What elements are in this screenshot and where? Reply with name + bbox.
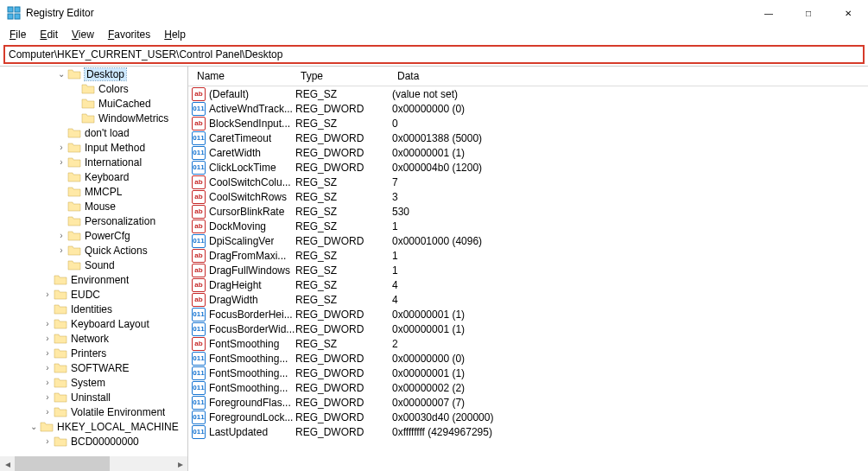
expander-icon[interactable]: › xyxy=(55,157,67,167)
close-button[interactable]: ✕ xyxy=(828,0,868,26)
value-name: LastUpdated xyxy=(209,426,268,438)
value-row[interactable]: abBlockSendInput...REG_SZ0 xyxy=(188,116,868,130)
list-pane[interactable]: Name Type Data ab(Default)REG_SZ(value n… xyxy=(188,67,868,471)
tree-item[interactable]: ›EUDC xyxy=(0,287,187,302)
value-row[interactable]: ab(Default)REG_SZ(value not set) xyxy=(188,86,868,101)
scroll-left-button[interactable]: ◂ xyxy=(0,456,15,471)
value-name-cell: 011DpiScalingVer xyxy=(192,234,295,248)
scroll-right-button[interactable]: ▸ xyxy=(173,456,187,471)
expander-icon[interactable]: › xyxy=(41,378,54,387)
tree-item-label: WindowMetrics xyxy=(98,112,168,124)
expander-icon[interactable]: › xyxy=(55,143,67,152)
value-row[interactable]: 011FontSmoothing...REG_DWORD0x00000000 (… xyxy=(188,351,868,366)
tree-item[interactable]: ›PowerCfg xyxy=(0,228,187,243)
value-type: REG_DWORD xyxy=(295,397,392,409)
tree-item[interactable]: ›Network xyxy=(0,331,187,346)
value-row[interactable]: 011ActiveWndTrack...REG_DWORD0x00000000 … xyxy=(188,101,868,116)
value-row[interactable]: 011FontSmoothing...REG_DWORD0x00000002 (… xyxy=(188,380,868,395)
expander-icon[interactable]: › xyxy=(41,392,54,402)
value-row[interactable]: 011CaretWidthREG_DWORD0x00000001 (1) xyxy=(188,145,868,160)
horizontal-scrollbar[interactable]: ◂ ▸ xyxy=(0,456,187,471)
expander-icon[interactable]: ⌄ xyxy=(28,422,40,431)
value-row[interactable]: abDragHeightREG_SZ4 xyxy=(188,277,868,292)
value-row[interactable]: abCoolSwitchColu...REG_SZ7 xyxy=(188,175,868,189)
value-row[interactable]: 011ForegroundLock...REG_DWORD0x00030d40 … xyxy=(188,410,868,424)
menu-help[interactable]: Help xyxy=(158,27,192,42)
value-row[interactable]: 011ClickLockTimeREG_DWORD0x000004b0 (120… xyxy=(188,160,868,175)
value-row[interactable]: abDragFromMaxi...REG_SZ1 xyxy=(188,248,868,263)
value-data: 3 xyxy=(392,191,868,203)
tree-item[interactable]: ›Volatile Environment xyxy=(0,404,187,419)
tree-item-label: International xyxy=(85,156,142,169)
expander-icon[interactable]: › xyxy=(55,245,67,255)
tree-item[interactable]: ›International xyxy=(0,155,187,169)
tree-item[interactable]: Personalization xyxy=(0,213,187,228)
expander-icon[interactable]: › xyxy=(55,231,67,240)
menu-view[interactable]: View xyxy=(66,27,100,42)
column-name[interactable]: Name xyxy=(192,70,295,82)
tree-item[interactable]: ›SOFTWARE xyxy=(0,360,187,375)
tree-item[interactable]: WindowMetrics xyxy=(0,111,187,125)
tree-item[interactable]: ›Input Method xyxy=(0,140,187,155)
menu-edit[interactable]: Edit xyxy=(34,27,64,42)
tree-item[interactable]: MuiCached xyxy=(0,96,187,111)
expander-icon[interactable]: › xyxy=(41,363,54,372)
tree-item[interactable]: ⌄Desktop xyxy=(0,67,187,81)
address-bar[interactable]: Computer\HKEY_CURRENT_USER\Control Panel… xyxy=(3,45,865,64)
value-row[interactable]: 011DpiScalingVerREG_DWORD0x00001000 (409… xyxy=(188,233,868,248)
tree-item[interactable]: MMCPL xyxy=(0,184,187,199)
value-row[interactable]: abCursorBlinkRateREG_SZ530 xyxy=(188,204,868,219)
value-name-cell: 011ForegroundFlas... xyxy=(192,396,295,410)
tree-item[interactable]: ›System xyxy=(0,375,187,390)
value-row[interactable]: 011FocusBorderHei...REG_DWORD0x00000001 … xyxy=(188,307,868,321)
tree-item[interactable]: ›Uninstall xyxy=(0,390,187,404)
tree-item[interactable]: ›Quick Actions xyxy=(0,243,187,258)
value-row[interactable]: 011FontSmoothing...REG_DWORD0x00000001 (… xyxy=(188,366,868,380)
titlebar[interactable]: Registry Editor — □ ✕ xyxy=(0,0,868,26)
expander-icon[interactable]: › xyxy=(41,407,54,417)
column-data[interactable]: Data xyxy=(392,70,868,82)
value-data: 530 xyxy=(392,206,868,218)
tree-item[interactable]: don't load xyxy=(0,125,187,140)
value-name: ForegroundLock... xyxy=(209,411,293,423)
tree-item-label: Mouse xyxy=(85,200,116,213)
tree-pane[interactable]: ⌄DesktopColorsMuiCachedWindowMetricsdon'… xyxy=(0,67,188,471)
tree-item[interactable]: Mouse xyxy=(0,199,187,213)
minimize-button[interactable]: — xyxy=(749,0,789,26)
expander-icon[interactable]: › xyxy=(41,436,54,446)
scroll-thumb[interactable] xyxy=(15,456,110,471)
tree-item[interactable]: ›BCD00000000 xyxy=(0,434,187,449)
value-row[interactable]: abFontSmoothingREG_SZ2 xyxy=(188,336,868,351)
menu-favorites[interactable]: Favorites xyxy=(102,27,156,42)
tree-item[interactable]: ⌄HKEY_LOCAL_MACHINE xyxy=(0,419,187,434)
value-row[interactable]: 011CaretTimeoutREG_DWORD0x00001388 (5000… xyxy=(188,130,868,145)
value-row[interactable]: abDragFullWindowsREG_SZ1 xyxy=(188,263,868,277)
expander-icon[interactable]: › xyxy=(41,290,54,299)
expander-icon[interactable]: ⌄ xyxy=(55,69,67,79)
tree-item[interactable]: Colors xyxy=(0,81,187,96)
tree-item-label: Volatile Environment xyxy=(71,406,165,418)
value-row[interactable]: abDockMovingREG_SZ1 xyxy=(188,219,868,233)
value-row[interactable]: abDragWidthREG_SZ4 xyxy=(188,292,868,307)
value-name-cell: abDockMoving xyxy=(192,220,295,233)
value-row[interactable]: abCoolSwitchRowsREG_SZ3 xyxy=(188,189,868,204)
tree-item[interactable]: Sound xyxy=(0,258,187,272)
tree-item[interactable]: Keyboard xyxy=(0,169,187,184)
column-type[interactable]: Type xyxy=(295,70,392,82)
value-row[interactable]: 011FocusBorderWid...REG_DWORD0x00000001 … xyxy=(188,321,868,336)
svg-rect-3 xyxy=(15,14,20,19)
tree-item-label: Identities xyxy=(71,303,112,315)
tree-item[interactable]: ›Printers xyxy=(0,346,187,360)
menu-file[interactable]: File xyxy=(3,27,32,42)
tree-item[interactable]: Environment xyxy=(0,272,187,287)
expander-icon[interactable]: › xyxy=(41,334,54,343)
expander-icon[interactable]: › xyxy=(41,348,54,358)
tree-item[interactable]: Identities xyxy=(0,302,187,316)
maximize-button[interactable]: □ xyxy=(789,0,828,26)
expander-icon[interactable]: › xyxy=(41,319,54,328)
value-row[interactable]: 011ForegroundFlas...REG_DWORD0x00000007 … xyxy=(188,395,868,410)
tree-item[interactable]: ›Keyboard Layout xyxy=(0,316,187,331)
value-row[interactable]: 011LastUpdatedREG_DWORD0xffffffff (42949… xyxy=(188,424,868,439)
svg-rect-1 xyxy=(15,7,20,12)
value-type: REG_DWORD xyxy=(295,367,392,379)
